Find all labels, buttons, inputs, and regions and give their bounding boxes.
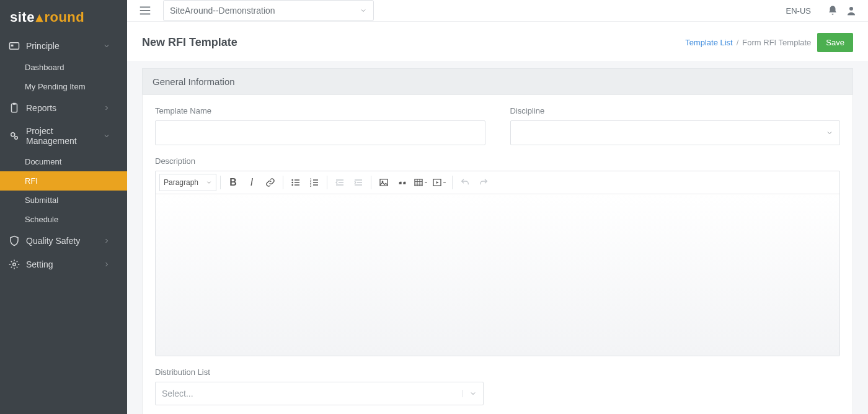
sidebar-item-label: Setting bbox=[26, 259, 53, 269]
svg-rect-16 bbox=[415, 179, 422, 186]
menu-toggle-icon[interactable] bbox=[138, 4, 152, 17]
svg-point-4 bbox=[11, 133, 15, 137]
user-icon[interactable] bbox=[846, 5, 857, 16]
quote-button[interactable] bbox=[394, 174, 411, 191]
indent-icon bbox=[353, 178, 363, 187]
gears-icon bbox=[9, 130, 20, 142]
topbar: SiteAround--Demonstration EN-US bbox=[127, 0, 868, 22]
svg-point-10 bbox=[291, 184, 293, 186]
template-name-label: Template Name bbox=[155, 106, 485, 115]
sidebar-sub-dashboard[interactable]: Dashboard bbox=[0, 58, 127, 77]
chevron-right-icon bbox=[101, 261, 112, 268]
editor-toolbar: Paragraph B I 123 bbox=[156, 171, 839, 194]
svg-point-6 bbox=[13, 263, 16, 266]
sidebar-item-label: Quality Safety bbox=[26, 236, 80, 246]
sidebar: site ▴ round Principle Dashboard My Pend… bbox=[0, 0, 127, 414]
chevron-down-icon bbox=[101, 132, 112, 140]
rich-text-editor: Paragraph B I 123 bbox=[155, 171, 840, 356]
chevron-down-icon bbox=[469, 390, 477, 397]
clipboard-icon bbox=[9, 102, 20, 114]
svg-point-8 bbox=[291, 179, 293, 181]
svg-rect-2 bbox=[12, 104, 17, 112]
chevron-down-icon bbox=[101, 42, 112, 50]
brand-logo: site ▴ round bbox=[0, 0, 127, 34]
toolbar-divider bbox=[327, 176, 327, 189]
sidebar-sub-schedule[interactable]: Schedule bbox=[0, 210, 127, 229]
language-selector[interactable]: EN-US bbox=[786, 6, 811, 16]
sidebar-item-quality-safety[interactable]: Quality Safety bbox=[0, 229, 127, 253]
editor-body[interactable] bbox=[156, 194, 839, 356]
image-button[interactable] bbox=[375, 174, 392, 191]
toolbar-divider bbox=[371, 176, 371, 189]
table-icon bbox=[414, 178, 423, 187]
sidebar-sub-document[interactable]: Document bbox=[0, 152, 127, 171]
media-button[interactable] bbox=[431, 174, 448, 191]
sidebar-item-reports[interactable]: Reports bbox=[0, 96, 127, 120]
link-icon bbox=[265, 178, 275, 187]
undo-icon bbox=[460, 178, 470, 187]
save-button[interactable]: Save bbox=[817, 33, 853, 52]
sidebar-item-label: Project Management bbox=[26, 126, 101, 146]
redo-icon bbox=[479, 178, 489, 187]
sidebar-item-setting[interactable]: Setting bbox=[0, 253, 127, 276]
page-header: New RFI Template Template List / Form RF… bbox=[127, 22, 868, 61]
svg-point-7 bbox=[849, 7, 853, 11]
chevron-right-icon bbox=[101, 104, 112, 112]
discipline-label: Discipline bbox=[510, 106, 841, 115]
distribution-list-placeholder: Select... bbox=[162, 389, 193, 398]
sidebar-item-label: Reports bbox=[26, 103, 56, 113]
gear-icon bbox=[9, 259, 20, 270]
svg-text:3: 3 bbox=[310, 184, 312, 187]
svg-rect-14 bbox=[380, 179, 388, 186]
chevron-down-icon bbox=[826, 129, 833, 137]
sidebar-item-principle[interactable]: Principle bbox=[0, 34, 127, 58]
main-panel: SiteAround--Demonstration EN-US New RFI … bbox=[127, 0, 868, 414]
project-selector[interactable]: SiteAround--Demonstration bbox=[163, 0, 374, 21]
svg-rect-3 bbox=[13, 103, 16, 105]
quote-icon bbox=[397, 178, 407, 187]
project-selector-value: SiteAround--Demonstration bbox=[170, 6, 275, 16]
outdent-icon bbox=[335, 178, 345, 187]
breadcrumb-current: Form RFI Template bbox=[742, 38, 811, 47]
brand-text-2: round bbox=[44, 9, 84, 25]
bold-button[interactable]: B bbox=[224, 174, 242, 191]
svg-point-5 bbox=[15, 137, 18, 140]
table-button[interactable] bbox=[412, 174, 430, 191]
svg-rect-1 bbox=[11, 45, 14, 47]
description-label: Description bbox=[155, 156, 840, 166]
list-ul-icon bbox=[291, 178, 301, 187]
indent-button[interactable] bbox=[350, 174, 367, 191]
ordered-list-button[interactable]: 123 bbox=[306, 174, 323, 191]
bullet-list-button[interactable] bbox=[287, 174, 304, 191]
svg-point-9 bbox=[291, 182, 293, 184]
outdent-button[interactable] bbox=[331, 174, 348, 191]
format-select[interactable]: Paragraph bbox=[159, 174, 216, 191]
brand-arrow-icon: ▴ bbox=[36, 9, 43, 25]
toolbar-divider bbox=[220, 176, 221, 189]
link-button[interactable] bbox=[262, 174, 279, 191]
brand-text-1: site bbox=[10, 9, 35, 25]
sidebar-item-project-management[interactable]: Project Management bbox=[0, 120, 127, 152]
redo-button[interactable] bbox=[475, 174, 492, 191]
play-box-icon bbox=[432, 178, 442, 187]
page-title: New RFI Template bbox=[142, 36, 237, 49]
list-ol-icon: 123 bbox=[309, 178, 319, 187]
section-header-general: General Information bbox=[142, 68, 853, 94]
discipline-select[interactable] bbox=[510, 120, 841, 145]
chevron-down-icon bbox=[442, 180, 447, 185]
bell-icon[interactable] bbox=[827, 5, 838, 16]
breadcrumb-link-template-list[interactable]: Template List bbox=[685, 38, 733, 47]
chevron-down-icon bbox=[360, 7, 367, 14]
sidebar-sub-pending[interactable]: My Pending Item bbox=[0, 77, 127, 96]
format-select-value: Paragraph bbox=[164, 178, 198, 187]
distribution-list-label: Distribution List bbox=[155, 367, 484, 377]
sidebar-sub-submittal[interactable]: Submittal bbox=[0, 191, 127, 210]
undo-button[interactable] bbox=[456, 174, 474, 191]
template-name-input[interactable] bbox=[155, 120, 485, 145]
distribution-list-select[interactable]: Select... bbox=[155, 382, 484, 405]
italic-button[interactable]: I bbox=[243, 174, 260, 191]
sidebar-item-label: Principle bbox=[26, 41, 60, 51]
form-card: Template Name Discipline Description bbox=[142, 94, 853, 414]
chevron-right-icon bbox=[101, 237, 112, 245]
sidebar-sub-rfi[interactable]: RFI bbox=[0, 171, 127, 191]
